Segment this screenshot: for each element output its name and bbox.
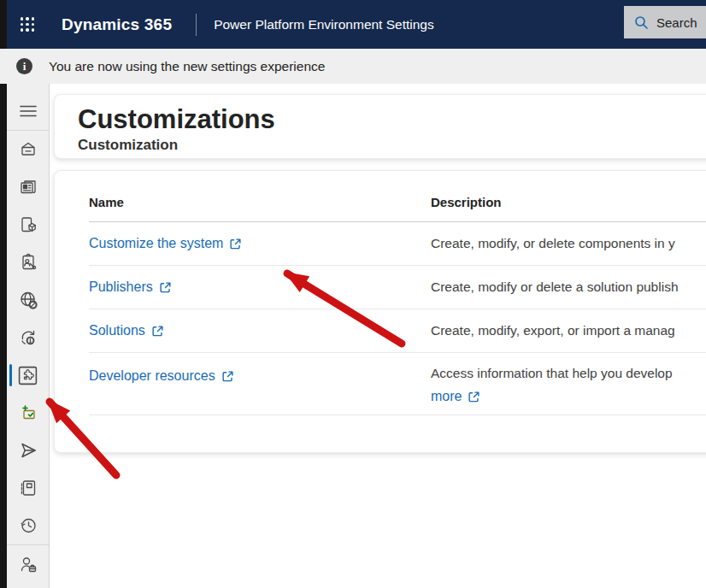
sidebar-item-menu[interactable] [7, 92, 49, 130]
external-link-icon [159, 281, 172, 294]
page-header-card: Customizations Customization [54, 94, 706, 159]
settings-table: Name Description Customize the system Cr… [89, 171, 706, 415]
table-row: Solutions Create, modify, export, or imp… [89, 309, 706, 353]
hanging-sign-icon [18, 139, 38, 160]
history-clock-icon [18, 515, 38, 536]
page-title: Customizations [78, 103, 706, 136]
sidebar-item-send[interactable] [7, 432, 49, 469]
row-description: Access information that help you develop [431, 366, 706, 381]
hamburger-menu-icon [18, 101, 38, 121]
external-link-icon [151, 325, 164, 338]
search-icon [634, 15, 649, 30]
info-banner-message: You are now using the new settings exper… [49, 59, 325, 74]
globe-blocked-icon [18, 290, 38, 310]
sidebar-item-new-features[interactable] [7, 394, 49, 432]
device-cube-icon [18, 215, 38, 235]
top-app-bar: Dynamics 365 Power Platform Environment … [0, 0, 706, 49]
app-title: Dynamics 365 [62, 15, 172, 34]
sidebar-item-history[interactable] [7, 507, 49, 544]
sidebar-item-network[interactable] [7, 281, 49, 319]
new-template-colored-icon [18, 403, 38, 423]
table-row: Publishers Create, modify or delete a so… [89, 266, 706, 309]
news-icon [18, 177, 38, 197]
search-placeholder: Search [656, 15, 697, 30]
puzzle-icon [17, 365, 38, 386]
table-header-row: Name Description [89, 171, 706, 222]
sidebar-item-notebook[interactable] [7, 469, 49, 507]
sidebar-item-customizations[interactable] [7, 356, 49, 394]
person-briefcase-icon [18, 554, 38, 574]
external-link-icon [468, 391, 480, 403]
column-header-description: Description [431, 195, 706, 209]
customize-the-system-link[interactable]: Customize the system [89, 236, 242, 251]
row-description: Create, modify or delete a solution publ… [431, 279, 706, 295]
sidebar-item-users[interactable] [7, 545, 49, 583]
send-icon [18, 440, 38, 461]
publishers-link[interactable]: Publishers [89, 279, 172, 295]
sync-history-icon [18, 327, 38, 348]
waffle-app-launcher-icon[interactable] [15, 13, 39, 37]
table-row: Customize the system Create, modify, or … [89, 222, 706, 266]
sidebar-item-sync[interactable] [7, 319, 49, 356]
sidebar-item-user-tasks[interactable] [7, 244, 49, 281]
window-edge-strip [0, 0, 7, 588]
sidebar-item-product[interactable] [7, 206, 49, 244]
external-link-icon [221, 370, 234, 383]
settings-table-card: Name Description Customize the system Cr… [54, 170, 706, 453]
titlebar-divider [196, 14, 197, 36]
product-title: Power Platform Environment Settings [214, 17, 434, 32]
column-header-name: Name [89, 195, 431, 209]
solutions-link[interactable]: Solutions [89, 323, 164, 338]
settings-sidebar [7, 84, 50, 588]
row-description: Create, modify, export, or import a mana… [431, 323, 706, 338]
search-input[interactable]: Search [624, 6, 706, 38]
selected-indicator [9, 364, 12, 386]
row-description: Create, modify, or delete components in … [431, 236, 706, 251]
table-row: Developer resources Access information t… [89, 353, 706, 415]
more-link[interactable]: more [431, 389, 480, 404]
page-subtitle: Customization [78, 136, 706, 155]
developer-resources-link[interactable]: Developer resources [89, 368, 234, 384]
info-icon: i [16, 58, 32, 74]
info-banner: i You are now using the new settings exp… [0, 49, 706, 84]
external-link-icon [229, 238, 242, 250]
sidebar-item-business[interactable] [7, 131, 49, 168]
clipboard-user-wrench-icon [18, 252, 38, 273]
sidebar-item-audit[interactable] [7, 168, 49, 206]
notebook-icon [18, 478, 38, 498]
